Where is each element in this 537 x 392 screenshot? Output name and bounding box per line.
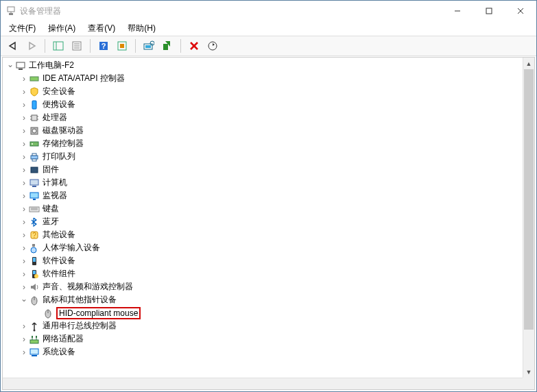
expand-toggle[interactable]: ›	[19, 269, 29, 279]
expand-toggle[interactable]: ›	[19, 321, 29, 331]
svg-rect-57	[33, 271, 36, 274]
help-button[interactable]: ?	[95, 38, 112, 54]
expand-toggle[interactable]: ›	[19, 282, 29, 292]
tree-category[interactable]: ›监视器	[3, 189, 523, 202]
properties-button[interactable]	[69, 38, 85, 54]
expand-toggle[interactable]: ›	[19, 165, 29, 175]
titlebar: 设备管理器	[1, 1, 536, 21]
tree-category[interactable]: ›网络适配器	[3, 332, 523, 345]
expand-toggle[interactable]: ›	[19, 100, 29, 110]
expand-toggle[interactable]: ›	[19, 74, 29, 84]
vertical-scrollbar[interactable]: ▲ ▼	[523, 58, 534, 378]
tree-item-label: IDE ATA/ATAPI 控制器	[43, 73, 125, 84]
menu-action[interactable]: 操作(A)	[45, 21, 78, 36]
tree-category[interactable]: ›存储控制器	[3, 137, 523, 150]
tree-category[interactable]: ›声音、视频和游戏控制器	[3, 280, 523, 293]
tree-category[interactable]: ›IDE ATA/ATAPI 控制器	[3, 72, 523, 85]
tree-item-label: 工作电脑-F2	[29, 60, 74, 71]
maximize-button[interactable]	[473, 1, 505, 21]
menu-help[interactable]: 帮助(H)	[125, 21, 158, 36]
monitor-icon	[29, 191, 40, 201]
tree-item-label: 安全设备	[43, 86, 75, 97]
tree-category[interactable]: ›人体学输入设备	[3, 241, 523, 254]
tree-category[interactable]: ›处理器	[3, 111, 523, 124]
other-icon: ?	[29, 230, 40, 241]
expand-toggle[interactable]: ›	[19, 126, 29, 136]
expand-toggle[interactable]: ›	[19, 243, 29, 253]
tree-item-label: 固件	[43, 164, 59, 175]
window-title: 设备管理器	[20, 5, 61, 17]
scroll-down-button[interactable]: ▼	[523, 366, 534, 378]
tree-category[interactable]: ›键盘	[3, 202, 523, 215]
svg-rect-37	[30, 142, 38, 146]
svg-point-53	[31, 247, 36, 253]
svg-rect-70	[30, 349, 38, 354]
svg-rect-43	[30, 180, 38, 185]
tree-category[interactable]: ›固件	[3, 163, 523, 176]
tree-category[interactable]: ⌄鼠标和其他指针设备	[3, 293, 523, 306]
svg-rect-39	[31, 156, 38, 159]
tree-root[interactable]: ⌄工作电脑-F2	[3, 59, 523, 72]
menubar: 文件(F) 操作(A) 查看(V) 帮助(H)	[1, 21, 536, 36]
svg-text:?: ?	[32, 232, 36, 239]
comp-icon	[29, 269, 40, 280]
expand-toggle[interactable]: ›	[19, 230, 29, 240]
horizontal-scrollbar[interactable]	[3, 378, 523, 389]
expand-toggle[interactable]: ›	[19, 178, 29, 188]
back-button[interactable]	[5, 38, 21, 54]
tree-device[interactable]: HID-compliant mouse	[3, 306, 523, 319]
scan-button[interactable]	[141, 38, 157, 54]
expand-toggle[interactable]: ›	[19, 139, 29, 149]
tree-item-label: 蓝牙	[43, 216, 59, 228]
svg-marker-59	[31, 284, 36, 291]
tree-category[interactable]: ›安全设备	[3, 85, 523, 98]
expand-toggle[interactable]: ›	[19, 204, 29, 214]
svg-rect-30	[32, 115, 37, 121]
tree-category[interactable]: ›打印队列	[3, 150, 523, 163]
collapse-toggle[interactable]: ⌄	[5, 60, 15, 69]
scroll-thumb[interactable]	[524, 69, 534, 330]
expand-toggle[interactable]: ›	[19, 334, 29, 344]
ide-icon	[29, 73, 40, 84]
svg-rect-46	[33, 199, 36, 200]
tree-category[interactable]: ›蓝牙	[3, 215, 523, 228]
add-legacy-button[interactable]	[159, 38, 176, 54]
scroll-up-button[interactable]: ▲	[523, 58, 534, 69]
expand-toggle[interactable]: ›	[19, 87, 29, 97]
toolbar-separator	[90, 39, 91, 53]
expand-toggle[interactable]: ›	[19, 113, 29, 123]
tree-category[interactable]: ›软件设备	[3, 254, 523, 267]
tree-scroll[interactable]: ⌄工作电脑-F2›IDE ATA/ATAPI 控制器›安全设备›便携设备›处理器…	[3, 58, 523, 378]
expand-toggle[interactable]: ›	[19, 347, 29, 357]
refresh-button[interactable]	[204, 38, 221, 54]
tree-category[interactable]: ›系统设备	[3, 345, 523, 358]
tree-item-label: 通用串行总线控制器	[43, 320, 117, 332]
expand-toggle[interactable]: ›	[19, 191, 29, 201]
portable-icon	[29, 99, 40, 110]
tree-category[interactable]: ›?其他设备	[3, 228, 523, 241]
toolbar-separator	[135, 39, 136, 53]
collapse-toggle[interactable]: ⌄	[19, 294, 29, 304]
menu-file[interactable]: 文件(F)	[6, 21, 38, 36]
mouse-cat-icon	[29, 295, 40, 306]
forward-button[interactable]	[23, 38, 40, 54]
tree-category[interactable]: ›磁盘驱动器	[3, 124, 523, 137]
svg-rect-16	[120, 44, 124, 48]
action-button[interactable]	[114, 38, 130, 54]
menu-view[interactable]: 查看(V)	[85, 21, 118, 36]
tree-category[interactable]: ›计算机	[3, 176, 523, 189]
hid-icon	[29, 243, 40, 254]
tree-category[interactable]: ›便携设备	[3, 98, 523, 111]
tree-category[interactable]: ›通用串行总线控制器	[3, 319, 523, 332]
expand-toggle[interactable]: ›	[19, 256, 29, 266]
bt-icon	[29, 217, 40, 228]
tree-item-label: 计算机	[43, 177, 67, 188]
expand-toggle[interactable]: ›	[19, 217, 29, 227]
close-button[interactable]	[505, 1, 536, 21]
uninstall-button[interactable]	[186, 38, 202, 54]
tree-category[interactable]: ›软件组件	[3, 267, 523, 280]
toolbar: ?	[1, 36, 536, 56]
show-hide-tree-button[interactable]	[50, 38, 67, 54]
minimize-button[interactable]	[442, 1, 473, 21]
expand-toggle[interactable]: ›	[19, 152, 29, 162]
